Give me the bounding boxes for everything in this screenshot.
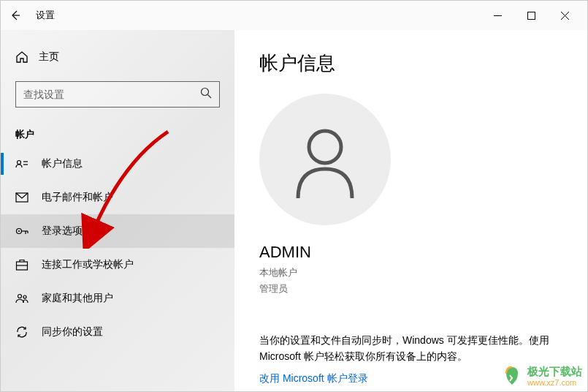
sidebar-item-label: 电子邮件和帐户 bbox=[42, 191, 113, 204]
user-role: 管理员 bbox=[259, 282, 562, 295]
svg-point-19 bbox=[23, 295, 26, 298]
svg-point-20 bbox=[309, 131, 341, 163]
svg-line-6 bbox=[208, 95, 212, 99]
watermark-title: 极光下载站 bbox=[527, 365, 582, 378]
user-avatar-icon bbox=[285, 119, 365, 200]
minimize-icon bbox=[494, 12, 502, 20]
user-name: ADMIN bbox=[259, 243, 562, 262]
search-icon bbox=[200, 87, 212, 102]
section-label: 帐户 bbox=[1, 119, 234, 147]
switch-to-microsoft-account-link[interactable]: 改用 Microsoft 帐户登录 bbox=[259, 372, 368, 385]
back-button[interactable] bbox=[7, 7, 24, 24]
sidebar-item-sync[interactable]: 同步你的设置 bbox=[1, 315, 234, 349]
mail-icon bbox=[15, 191, 28, 204]
titlebar: 设置 bbox=[1, 1, 587, 30]
watermark: 极光下载站 www.xz7.com bbox=[501, 365, 582, 388]
sidebar-item-label: 登录选项 bbox=[42, 225, 83, 238]
close-icon bbox=[561, 12, 569, 20]
sidebar-item-label: 连接工作或学校帐户 bbox=[42, 258, 134, 271]
sidebar-item-family-users[interactable]: 家庭和其他用户 bbox=[1, 282, 234, 315]
briefcase-icon bbox=[15, 258, 28, 271]
home-icon bbox=[15, 50, 28, 64]
sidebar-item-email-accounts[interactable]: 电子邮件和帐户 bbox=[1, 181, 234, 214]
close-button[interactable] bbox=[548, 4, 581, 27]
sidebar: 主页 帐户 帐户信息 电子邮件和帐户 bbox=[1, 30, 234, 391]
home-label: 主页 bbox=[39, 50, 59, 64]
person-card-icon bbox=[15, 157, 28, 170]
account-type: 本地帐户 bbox=[259, 266, 562, 279]
search-box[interactable] bbox=[15, 81, 220, 108]
sidebar-item-label: 同步你的设置 bbox=[42, 325, 103, 339]
sync-description: 当你的设置和文件自动同步时，Windows 可发挥更佳性能。使用 Microso… bbox=[259, 332, 562, 365]
home-button[interactable]: 主页 bbox=[1, 45, 234, 69]
svg-point-5 bbox=[202, 88, 209, 96]
sidebar-item-signin-options[interactable]: 登录选项 bbox=[1, 214, 234, 248]
minimize-button[interactable] bbox=[481, 4, 514, 27]
key-icon bbox=[15, 225, 28, 238]
svg-point-18 bbox=[18, 295, 22, 298]
arrow-left-icon bbox=[9, 10, 21, 21]
sidebar-item-work-school[interactable]: 连接工作或学校帐户 bbox=[1, 248, 234, 282]
watermark-url: www.xz7.com bbox=[527, 378, 582, 388]
main-content: 帐户信息 ADMIN 本地帐户 管理员 当你的设置和文件自动同步时，Window… bbox=[234, 30, 587, 391]
avatar bbox=[259, 94, 391, 225]
sync-icon bbox=[15, 325, 28, 339]
search-input[interactable] bbox=[23, 88, 200, 100]
sidebar-item-label: 帐户信息 bbox=[42, 157, 83, 170]
svg-point-12 bbox=[18, 230, 20, 232]
svg-point-7 bbox=[18, 161, 21, 165]
people-icon bbox=[15, 292, 28, 305]
sidebar-item-account-info[interactable]: 帐户信息 bbox=[1, 147, 234, 181]
watermark-logo-icon bbox=[501, 365, 523, 387]
svg-rect-2 bbox=[527, 12, 535, 19]
window-title: 设置 bbox=[36, 9, 55, 22]
page-heading: 帐户信息 bbox=[259, 50, 562, 76]
maximize-button[interactable] bbox=[514, 4, 548, 27]
maximize-icon bbox=[527, 12, 535, 20]
sidebar-item-label: 家庭和其他用户 bbox=[42, 292, 113, 305]
